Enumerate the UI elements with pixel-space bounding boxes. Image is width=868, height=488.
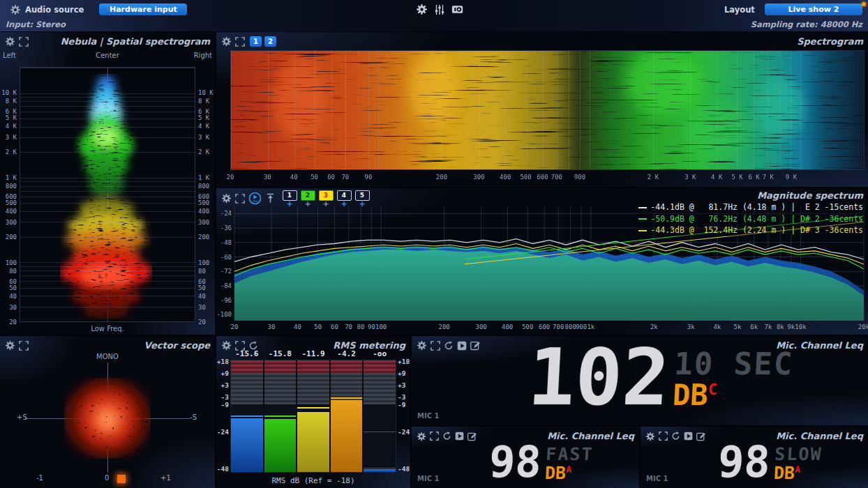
spectrogram-preset-1[interactable]: 1 xyxy=(250,36,262,47)
freq-tick-right: 100 xyxy=(198,259,209,266)
fullscreen-icon[interactable] xyxy=(19,341,29,351)
reset-icon[interactable] xyxy=(444,341,454,351)
freq-tick-left: 800 xyxy=(6,183,17,190)
freq-gridline xyxy=(20,281,195,282)
fullscreen-icon[interactable] xyxy=(235,37,245,47)
freq-gridline xyxy=(768,51,768,169)
freq-tick-right: 50 xyxy=(198,284,206,291)
freq-gridline xyxy=(20,197,195,197)
freq-tick: 9 K xyxy=(786,174,797,181)
db-scale-tick: +9 xyxy=(398,369,405,377)
freq-tick: 500 xyxy=(520,174,531,181)
freq-gridline xyxy=(20,68,195,68)
fullscreen-icon[interactable] xyxy=(431,341,440,351)
meter-column-5[interactable] xyxy=(364,360,396,472)
cursor-readouts: -44.1dB @ 81.7Hz (4.18 m ) | E 2 -15cent… xyxy=(637,201,865,236)
spatial-spectrogram-plot[interactable] xyxy=(20,67,195,322)
freq-tick-left: 400 xyxy=(6,208,17,215)
import-icon[interactable] xyxy=(265,193,276,204)
gear-icon[interactable] xyxy=(10,4,21,15)
freq-tick: 40 xyxy=(290,174,298,181)
gear-icon[interactable] xyxy=(417,432,426,441)
channel-label: MIC 1 xyxy=(417,412,439,420)
level-bar xyxy=(297,412,329,472)
pan-label-left: Left xyxy=(3,52,16,59)
hardware-input-button[interactable]: Hardware input xyxy=(99,3,187,15)
freq-tick-right: 600 xyxy=(198,193,209,200)
freq-gridline xyxy=(800,51,801,169)
audio-source-label: Audio source xyxy=(25,5,84,15)
db-scale-tick: +18 xyxy=(398,358,410,365)
freq-gridline xyxy=(294,51,295,169)
edit-icon[interactable] xyxy=(470,340,481,351)
gear-icon[interactable] xyxy=(417,340,427,351)
fullscreen-icon[interactable] xyxy=(19,37,29,47)
freq-tick-right: 4 K xyxy=(198,123,209,130)
freq-tick-left: 6 K xyxy=(6,108,17,115)
freq-tick: 300 xyxy=(473,174,484,181)
fullscreen-icon[interactable] xyxy=(235,194,245,204)
io-routing-icon[interactable] xyxy=(451,3,463,15)
freq-tick-left: 40 xyxy=(9,293,17,300)
gear-icon[interactable] xyxy=(221,193,232,204)
svg-text:300: 300 xyxy=(475,323,486,330)
svg-text:7k: 7k xyxy=(764,323,772,330)
freq-gridline xyxy=(754,51,754,169)
db-scale-tick: +18 xyxy=(217,358,229,365)
freq-gridline xyxy=(20,321,195,322)
meter-column-3[interactable] xyxy=(297,360,331,472)
panel-title: Mic. Channel Leq xyxy=(547,431,634,441)
freq-tick-right: 6 K xyxy=(198,108,209,115)
play-icon[interactable] xyxy=(455,432,464,441)
play-icon[interactable] xyxy=(457,341,467,351)
live-show-button[interactable]: Live show 2 xyxy=(765,3,862,15)
meter-column-1[interactable] xyxy=(231,360,264,472)
db-scale-tick: +3 xyxy=(221,381,229,389)
reset-icon[interactable] xyxy=(671,432,680,441)
freq-tick-right: 10 K xyxy=(198,89,214,96)
svg-text:100: 100 xyxy=(375,323,387,330)
meter-column-2[interactable] xyxy=(264,360,298,472)
freq-tick: 600 xyxy=(537,174,548,181)
fullscreen-icon[interactable] xyxy=(659,432,668,441)
meter-column-4[interactable] xyxy=(331,360,364,472)
edit-icon[interactable] xyxy=(467,432,477,441)
freq-gridline xyxy=(20,288,195,289)
freq-tick-right: 5 K xyxy=(198,114,209,121)
spectrogram-preset-2[interactable]: 2 xyxy=(264,36,276,47)
reset-icon[interactable] xyxy=(442,432,451,441)
panel-title: Magnitude spectrum xyxy=(757,190,863,201)
leq-value: 98 xyxy=(488,444,542,480)
cursor-readout: -50.9dB @ 76.2Hz (4.48 m ) | D# 2 -36cen… xyxy=(638,213,863,225)
rms-meter[interactable] xyxy=(230,360,396,473)
play-icon[interactable] xyxy=(684,432,693,441)
spectrogram-plot[interactable] xyxy=(230,50,865,170)
gear-icon[interactable] xyxy=(416,3,428,15)
mixer-icon[interactable] xyxy=(434,4,445,15)
db-scale-tick: -9 xyxy=(221,401,229,409)
freq-gridline xyxy=(20,101,195,102)
channel-label: MIC 1 xyxy=(417,475,439,482)
layout-label: Layout xyxy=(724,5,755,15)
freq-tick-right: 800 xyxy=(198,183,209,190)
svg-text:5k: 5k xyxy=(734,323,742,330)
gear-icon[interactable] xyxy=(5,36,15,47)
svg-text:2k: 2k xyxy=(650,323,658,330)
balance-marker[interactable] xyxy=(117,475,126,483)
leq-mode-label: FAST xyxy=(546,445,594,463)
svg-text:600: 600 xyxy=(539,323,550,330)
freq-gridline xyxy=(590,51,590,169)
fullscreen-icon[interactable] xyxy=(430,432,439,441)
rms-metering-panel: RMS metering -15.6-15.8-11.9-4.2-oo +18+… xyxy=(216,336,410,488)
gear-icon[interactable] xyxy=(5,340,15,351)
level-bar xyxy=(331,400,363,472)
svg-text:40: 40 xyxy=(294,323,301,330)
freq-tick: 70 xyxy=(341,174,349,181)
gear-icon[interactable] xyxy=(645,432,655,441)
live-play-icon[interactable] xyxy=(248,192,262,205)
meter-columns xyxy=(231,360,396,472)
gear-icon[interactable] xyxy=(221,36,232,47)
balance-tick-pos1: +1 xyxy=(160,474,171,482)
edit-icon[interactable] xyxy=(696,432,706,441)
freq-gridline xyxy=(20,296,195,296)
